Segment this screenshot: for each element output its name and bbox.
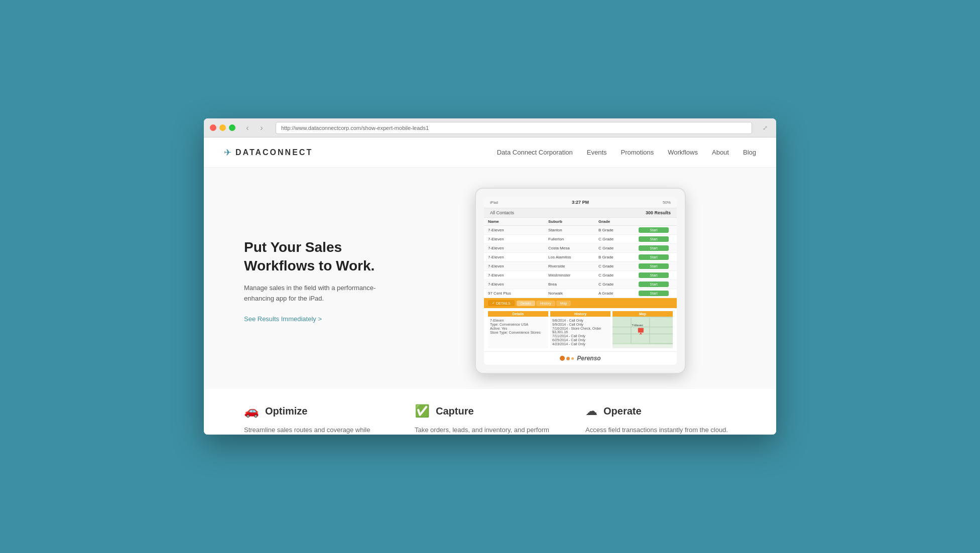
cell-grade: C Grade [598, 246, 639, 250]
hero-cta-link[interactable]: See Results Immediately > [244, 315, 322, 323]
cell-suburb: Stanton [548, 228, 598, 232]
nav-link-promotions[interactable]: Promotions [621, 149, 654, 156]
svg-rect-5 [638, 328, 644, 332]
url-text: http://www.dataconnectcorp.com/show-expe… [281, 125, 429, 131]
forward-button[interactable]: › [256, 122, 268, 134]
start-button[interactable]: Start [639, 236, 669, 242]
table-row: 97 Cent Plus Norwalk A Grade Start [484, 289, 677, 298]
site-nav: ✈ DATACONNECT Data Connect Corporation E… [204, 137, 776, 168]
tab-map[interactable]: Map [556, 301, 571, 306]
table-row: 7-Eleven Riverside C Grade Start [484, 262, 677, 271]
history-panel: History 9/8/2014 - Call Only 9/9/2014 - … [550, 311, 610, 348]
cloud-icon: ☁ [585, 404, 597, 418]
feature-operate: ☁ Operate Access field transactions inst… [585, 404, 736, 435]
website: ✈ DATACONNECT Data Connect Corporation E… [204, 137, 776, 435]
history-panel-content: 9/8/2014 - Call Only 9/9/2014 - Call Onl… [550, 317, 610, 348]
cell-grade: C Grade [598, 282, 639, 287]
features-section: 🚗 Optimize Streamline sales routes and c… [204, 389, 776, 435]
expand-icon[interactable]: ⤢ [760, 123, 770, 133]
cell-suburb: Los Alamitos [548, 255, 598, 259]
col-action [639, 219, 669, 224]
start-button[interactable]: Start [639, 291, 669, 296]
maximize-button[interactable] [229, 124, 235, 131]
nav-links: Data Connect Corporation Events Promotio… [497, 149, 756, 156]
start-button[interactable]: Start [639, 263, 669, 269]
table-row: 7-Eleven Fullerton C Grade Start [484, 235, 677, 244]
ipad-status-bar: iPad 3:27 PM 50% [484, 197, 677, 208]
tab-details[interactable]: Details [517, 301, 535, 306]
ipad-contacts-bar: All Contacts 300 Results [484, 208, 677, 218]
start-button[interactable]: Start [639, 282, 669, 287]
cell-name: 7-Eleven [488, 228, 548, 232]
traffic-lights [210, 124, 235, 131]
browser-window: ‹ › http://www.dataconnectcorp.com/show-… [204, 118, 776, 435]
ipad-frame: iPad 3:27 PM 50% All Contacts 300 Result… [475, 188, 686, 374]
detail-line: Store Type: Convenience Stores [490, 331, 546, 334]
checkmark-icon: ✓ [492, 301, 495, 305]
minimize-button[interactable] [219, 124, 226, 131]
ipad-battery: 50% [663, 200, 671, 205]
nav-link-events[interactable]: Events [587, 149, 607, 156]
hero-heading: Put Your SalesWorkflows to Work. [244, 238, 385, 275]
table-row: 7-Eleven Brea C Grade Start [484, 280, 677, 289]
start-button[interactable]: Start [639, 272, 669, 278]
col-suburb: Suburb [548, 219, 598, 224]
feature-optimize: 🚗 Optimize Streamline sales routes and c… [244, 404, 395, 435]
detail-line: 7-Eleven [490, 319, 546, 322]
cell-name: 7-Eleven [488, 237, 548, 241]
cell-grade: C Grade [598, 264, 639, 268]
start-button[interactable]: Start [639, 227, 669, 233]
perenso-dot-small1 [566, 357, 570, 360]
cell-suburb: Riverside [548, 264, 598, 268]
feature-capture-title: Capture [436, 405, 474, 417]
feature-optimize-title: Optimize [265, 405, 307, 417]
cell-name: 7-Eleven [488, 264, 548, 268]
detail-line: Type: Convenience USA [490, 323, 546, 326]
cell-grade: B Grade [598, 255, 639, 259]
feature-capture: ✅ Capture Take orders, leads, and invent… [415, 404, 565, 435]
start-button[interactable]: Start [639, 245, 669, 251]
details-button[interactable]: ✓ DETAILS [488, 300, 515, 306]
map-svg: T-Eleven [612, 317, 673, 344]
detail-line: 7/11/2014 - Call Only [552, 334, 608, 338]
detail-line: 9/8/2014 - Call Only [552, 319, 608, 322]
cell-suburb: Fullerton [548, 237, 598, 241]
cell-name: 7-Eleven [488, 273, 548, 278]
feature-operate-desc: Access field transactions instantly from… [585, 425, 736, 435]
nav-link-about[interactable]: About [712, 149, 729, 156]
cell-name: 97 Cent Plus [488, 291, 548, 296]
feature-optimize-header: 🚗 Optimize [244, 404, 395, 418]
cell-suburb: Westminster [548, 273, 598, 278]
checkmark-badge-icon: ✅ [415, 404, 430, 418]
col-name: Name [488, 219, 548, 224]
map-panel: Map [612, 311, 673, 348]
nav-link-workflows[interactable]: Workflows [668, 149, 698, 156]
details-panel-header: Details [488, 311, 548, 317]
back-button[interactable]: ‹ [241, 122, 254, 134]
cell-name: 7-Eleven [488, 255, 548, 259]
ipad-screen: iPad 3:27 PM 50% All Contacts 300 Result… [484, 197, 677, 365]
table-row: 7-Eleven Costa Mesa C Grade Start [484, 244, 677, 253]
perenso-area: Perenso [484, 351, 677, 365]
feature-operate-title: Operate [603, 405, 642, 417]
cell-suburb: Costa Mesa [548, 246, 598, 250]
cell-grade: C Grade [598, 273, 639, 278]
svg-text:T-Eleven: T-Eleven [632, 324, 643, 327]
perenso-text: Perenso [577, 355, 600, 362]
address-bar[interactable]: http://www.dataconnectcorp.com/show-expe… [276, 122, 752, 134]
start-button[interactable]: Start [639, 254, 669, 260]
close-button[interactable] [210, 124, 216, 131]
nav-link-dataconnect[interactable]: Data Connect Corporation [497, 149, 573, 156]
detail-line: 6/25/2014 - Call Only [552, 338, 608, 342]
detail-content: Details 7-Eleven Type: Convenience USA A… [484, 308, 677, 351]
contacts-label: All Contacts [490, 210, 514, 215]
tab-history[interactable]: History [536, 301, 555, 306]
nav-buttons: ‹ › [241, 122, 268, 134]
results-count: 300 Results [646, 210, 671, 215]
car-icon: 🚗 [244, 404, 259, 418]
nav-link-blog[interactable]: Blog [743, 149, 756, 156]
hero-section: Put Your SalesWorkflows to Work. Manage … [204, 168, 776, 389]
detail-tabs: Details History Map [517, 301, 571, 306]
ipad-time: 3:27 PM [572, 200, 589, 205]
detail-line: 9/9/2014 - Call Only [552, 323, 608, 326]
